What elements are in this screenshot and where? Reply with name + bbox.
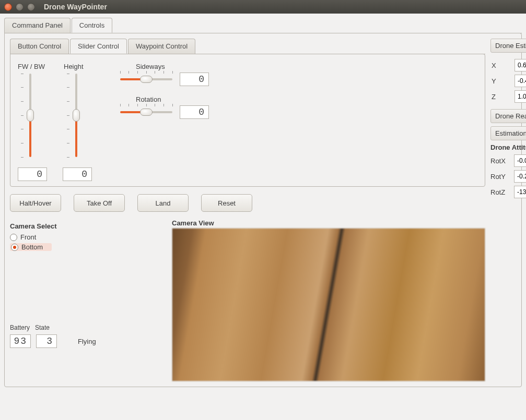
state-label: State xyxy=(35,324,50,331)
radio-icon-selected xyxy=(11,244,18,251)
slider-control-panel: FW / BW xyxy=(10,54,485,187)
pose-y-label: Y xyxy=(492,77,515,85)
window-maximize-icon[interactable] xyxy=(27,3,35,11)
rotz-label: RotZ xyxy=(490,188,514,196)
camera-bottom-label: Bottom xyxy=(21,243,43,251)
halt-hover-button[interactable]: Halt/Hover xyxy=(10,194,61,212)
attitude-title: Drone Attitude xyxy=(490,143,526,151)
tab-slider-control[interactable]: Slider Control xyxy=(70,39,127,54)
rotation-label: Rotation xyxy=(136,95,225,103)
camera-radio-bottom[interactable]: Bottom xyxy=(10,243,52,251)
rotz-input[interactable] xyxy=(514,186,526,198)
controls-panel: Button Control Slider Control Waypoint C… xyxy=(4,33,522,387)
sideways-slider[interactable] xyxy=(120,74,172,85)
height-label: Height xyxy=(64,63,106,70)
camera-front-label: Front xyxy=(20,233,36,241)
pose-z-label: Z xyxy=(492,93,515,101)
top-tabbar: Command Panel Controls xyxy=(4,18,522,33)
sideways-value: 0 xyxy=(180,73,209,86)
land-button[interactable]: Land xyxy=(137,194,189,212)
camera-viewport xyxy=(172,228,485,381)
rotation-slider[interactable] xyxy=(120,107,172,117)
real-pose-header[interactable]: Drone Real Pose xyxy=(490,109,526,123)
estimation-error-header[interactable]: Estimation Error xyxy=(490,126,526,140)
rotx-label: RotX xyxy=(490,157,514,165)
tab-command-panel[interactable]: Command Panel xyxy=(4,18,71,33)
height-value: 0 xyxy=(63,167,92,181)
state-value: 3 xyxy=(36,334,57,348)
roty-label: RotY xyxy=(490,173,514,181)
roty-input[interactable] xyxy=(514,170,526,183)
camera-radio-front[interactable]: Front xyxy=(10,233,167,241)
rotx-input[interactable] xyxy=(514,154,526,167)
tab-controls[interactable]: Controls xyxy=(72,18,112,33)
camera-select-title: Camera Select xyxy=(10,222,167,230)
height-slider[interactable] xyxy=(70,74,83,157)
titlebar: Drone WayPointer xyxy=(0,0,526,14)
estimated-pose-header[interactable]: Drone Estimated Pose xyxy=(490,39,526,53)
fwbw-slider[interactable] xyxy=(24,74,37,157)
pose-x-input[interactable] xyxy=(515,59,526,71)
fwbw-value: 0 xyxy=(18,167,47,181)
pose-x-label: X xyxy=(492,62,515,69)
pose-z-input[interactable] xyxy=(515,90,526,103)
tab-button-control[interactable]: Button Control xyxy=(10,39,69,54)
radio-icon xyxy=(10,234,17,241)
pose-y-input[interactable] xyxy=(515,75,526,87)
sideways-label: Sideways xyxy=(136,63,225,70)
fwbw-label: FW / BW xyxy=(18,63,60,70)
state-text: Flying xyxy=(78,338,96,345)
reset-button[interactable]: Reset xyxy=(201,194,252,212)
window-title: Drone WayPointer xyxy=(44,3,107,11)
takeoff-button[interactable]: Take Off xyxy=(74,194,125,212)
camera-view-title: Camera View xyxy=(172,219,485,227)
tab-waypoint-control[interactable]: Waypoint Control xyxy=(128,39,195,54)
rotation-value: 0 xyxy=(180,105,209,119)
battery-label: Battery xyxy=(10,324,30,331)
window-minimize-icon[interactable] xyxy=(16,3,24,11)
sub-tabbar: Button Control Slider Control Waypoint C… xyxy=(10,39,485,54)
battery-value: 93 xyxy=(10,334,31,348)
window-close-icon[interactable] xyxy=(4,3,12,11)
